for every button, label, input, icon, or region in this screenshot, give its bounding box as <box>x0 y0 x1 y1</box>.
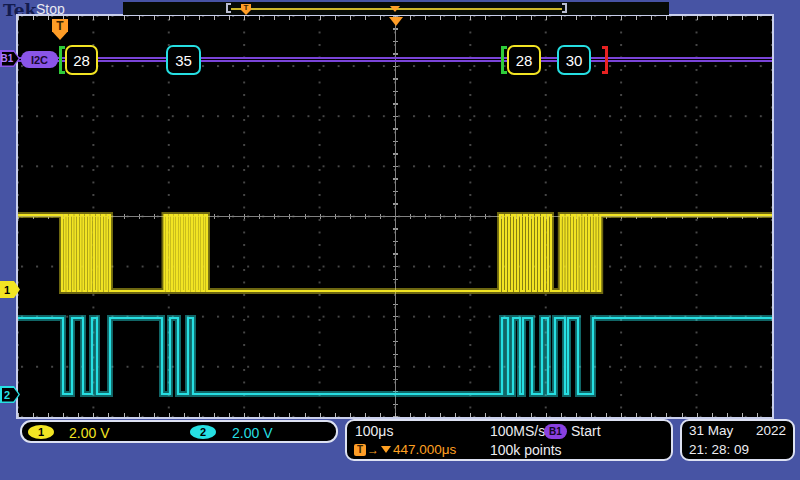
channel1-scale: 2.00 V <box>69 425 109 441</box>
time-readout: 21: 28: 09 <box>689 442 749 457</box>
horizontal-readout-box[interactable]: 100μs 100MS/s B1 Start 100k points T → 4… <box>345 419 673 461</box>
graticule: 28 35 28 30 T <box>16 14 774 419</box>
i2c-address-box-1: 28 <box>65 45 98 75</box>
trigger-delay-value: 447.000μs <box>393 442 456 457</box>
ch1-waveform <box>18 215 772 291</box>
bus-b1-badge-label: B1 <box>0 53 14 64</box>
date-year: 2022 <box>756 423 786 438</box>
trigger-source-bus-badge: B1 <box>544 424 567 439</box>
waveform-display <box>18 16 772 417</box>
datetime-box: 31 May 2022 21: 28: 09 <box>680 419 795 461</box>
timebase-readout: 100μs <box>355 423 393 439</box>
date-day-month: 31 May <box>689 423 733 438</box>
trigger-bus-condition: Start <box>571 423 601 439</box>
i2c-data-box-2: 30 <box>557 45 591 75</box>
ch2-waveform <box>18 318 772 394</box>
i2c-stop-bracket <box>602 46 608 74</box>
channel1-pill[interactable]: 1 <box>28 425 54 439</box>
ch2-waveform-glow <box>18 318 772 394</box>
trigger-t-icon: T <box>354 444 366 456</box>
trigger-triangle-icon <box>381 446 391 453</box>
channel1-badge-label: 1 <box>0 284 14 296</box>
i2c-protocol-badge[interactable]: I2C <box>21 51 58 68</box>
grid-dots: 28 35 28 30 T <box>18 16 772 417</box>
ch1-waveform-glow <box>18 215 772 291</box>
acquisition-preview-strip[interactable]: T <box>123 2 669 15</box>
minimap-expansion-icon <box>390 6 400 12</box>
trigger-delay-readout: T → 447.000μs <box>354 442 456 457</box>
channel2-scale: 2.00 V <box>232 425 272 441</box>
date-row: 31 May 2022 <box>689 423 786 438</box>
channel2-badge-label: 2 <box>0 389 14 401</box>
minimap-right-bracket <box>562 3 567 13</box>
minimap-left-bracket <box>226 3 231 13</box>
record-length-readout: 100k points <box>490 442 562 458</box>
i2c-bus-line <box>18 57 772 62</box>
sample-rate-readout: 100MS/s <box>490 423 545 439</box>
minimap-trigger-icon[interactable]: T <box>241 4 251 15</box>
channel2-pill[interactable]: 2 <box>190 425 216 439</box>
oscilloscope-screen: Tek Stop 28 35 28 30 <box>0 0 800 480</box>
i2c-address-box-2: 28 <box>507 45 541 75</box>
channel-readout-box[interactable]: 1 2.00 V 2 2.00 V <box>20 420 338 443</box>
expansion-point-icon[interactable] <box>389 17 403 26</box>
trigger-arrow-icon: → <box>367 443 379 457</box>
i2c-data-box-1: 35 <box>166 45 201 75</box>
